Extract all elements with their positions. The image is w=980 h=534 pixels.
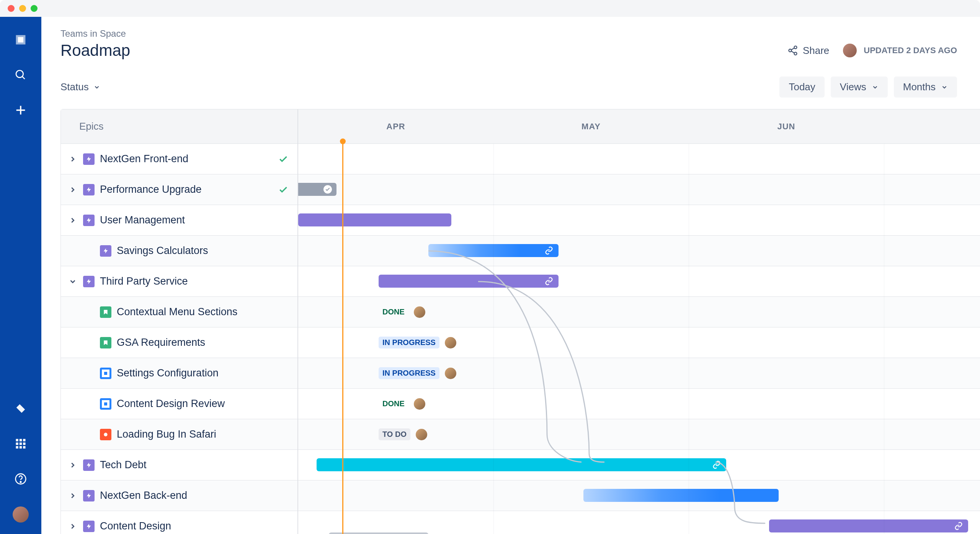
horizontal-scrollbar[interactable] (329, 532, 428, 534)
row-timeline[interactable]: DONE (298, 297, 980, 327)
row-timeline[interactable] (298, 236, 980, 266)
search-icon[interactable] (13, 67, 28, 83)
svg-rect-10 (16, 446, 18, 448)
share-button[interactable]: Share (787, 45, 829, 57)
row-timeline[interactable] (298, 266, 980, 296)
roadmap-row[interactable]: User Management (61, 205, 980, 236)
row-timeline[interactable] (298, 511, 980, 534)
chevron-right-icon[interactable] (68, 215, 78, 225)
epic-icon (83, 215, 95, 226)
row-timeline[interactable]: TO DO (298, 419, 980, 449)
page-title: Roadmap (60, 41, 130, 60)
roadmap-row[interactable]: NextGen Back-end (61, 480, 980, 511)
bug-icon (100, 429, 111, 440)
timeline-bar[interactable] (298, 213, 451, 226)
svg-rect-5 (20, 439, 22, 441)
row-left: NextGen Front-end (61, 144, 298, 174)
svg-rect-12 (23, 446, 25, 448)
timeline-bar[interactable] (583, 489, 779, 502)
breadcrumb[interactable]: Teams in Space (60, 28, 980, 39)
roadmap-row[interactable]: Content Design (61, 511, 980, 534)
svg-rect-8 (20, 443, 22, 445)
jira-logo-icon[interactable] (13, 32, 28, 47)
profile-avatar[interactable] (13, 506, 29, 523)
assignee-avatar[interactable] (445, 368, 456, 379)
assignee-avatar[interactable] (445, 337, 456, 348)
status-chip: IN PROGRESS (379, 367, 456, 379)
svg-point-15 (794, 46, 797, 49)
roadmap-row[interactable]: Settings ConfigurationIN PROGRESS (61, 358, 980, 389)
views-button[interactable]: Views (831, 77, 888, 98)
epic-icon (83, 153, 95, 165)
row-timeline[interactable]: DONE (298, 389, 980, 419)
chevron-down-icon[interactable] (68, 277, 78, 287)
roadmap-row[interactable]: Loading Bug In SafariTO DO (61, 419, 980, 450)
row-timeline[interactable] (298, 450, 980, 480)
chevron-right-icon[interactable] (68, 521, 78, 531)
month-header: APR (298, 109, 493, 143)
roadmap-row[interactable]: Savings Calculators (61, 236, 980, 266)
row-timeline[interactable] (298, 144, 980, 174)
roadmap-row[interactable]: Third Party Service (61, 266, 980, 297)
row-label: NextGen Front-end (100, 153, 188, 165)
row-timeline[interactable]: IN PROGRESS (298, 358, 980, 388)
chevron-right-icon[interactable] (68, 154, 78, 164)
window-maximize-dot[interactable] (31, 5, 38, 12)
timeline-bar[interactable] (317, 458, 726, 471)
roadmap-row[interactable]: NextGen Front-end (61, 144, 980, 174)
chevron-right-icon[interactable] (68, 185, 78, 195)
timeline-bar[interactable] (379, 275, 559, 288)
today-button[interactable]: Today (779, 77, 824, 98)
checkmark-icon (278, 185, 288, 195)
link-icon (545, 246, 553, 255)
status-filter-label: Status (60, 81, 89, 93)
roadmap-row[interactable]: Contextual Menu SectionsDONE (61, 297, 980, 327)
row-timeline[interactable] (298, 205, 980, 235)
row-label: Third Party Service (100, 275, 188, 287)
roadmap-row[interactable]: Performance Upgrade (61, 174, 980, 205)
svg-line-19 (791, 51, 794, 53)
link-icon (712, 461, 721, 469)
timeline-bar[interactable] (298, 183, 336, 196)
timeline-bar[interactable] (769, 519, 968, 532)
row-label: User Management (100, 214, 185, 226)
status-chip: IN PROGRESS (379, 337, 456, 348)
row-label: Content Design Review (117, 398, 225, 410)
status-filter[interactable]: Status (60, 81, 100, 93)
month-header: MAY (493, 109, 689, 143)
months-button[interactable]: Months (894, 77, 957, 98)
notifications-icon[interactable] (13, 401, 28, 416)
window-close-dot[interactable] (8, 5, 15, 12)
row-left: Third Party Service (61, 266, 298, 296)
row-left: GSA Requirements (61, 327, 298, 358)
roadmap-row[interactable]: Tech Debt (61, 450, 980, 480)
svg-rect-9 (23, 443, 25, 445)
window-titlebar (0, 0, 980, 17)
row-timeline[interactable] (298, 174, 980, 205)
assignee-avatar[interactable] (414, 306, 425, 318)
roadmap-row[interactable]: Content Design ReviewDONE (61, 389, 980, 419)
checkmark-icon (278, 154, 288, 164)
assignee-avatar[interactable] (416, 429, 427, 440)
row-left: Tech Debt (61, 450, 298, 480)
status-chip: DONE (379, 398, 425, 410)
task-icon (100, 398, 111, 410)
row-label: Tech Debt (100, 459, 147, 471)
row-left: Content Design Review (61, 389, 298, 419)
app-switcher-icon[interactable] (13, 436, 28, 451)
chevron-right-icon[interactable] (68, 460, 78, 470)
window-minimize-dot[interactable] (19, 5, 26, 12)
roadmap-row[interactable]: GSA RequirementsIN PROGRESS (61, 327, 980, 358)
today-marker (342, 142, 343, 534)
chevron-right-icon[interactable] (68, 491, 78, 501)
row-timeline[interactable] (298, 480, 980, 511)
row-timeline[interactable]: IN PROGRESS (298, 327, 980, 358)
create-icon[interactable] (13, 103, 28, 118)
share-label: Share (803, 45, 829, 57)
assignee-avatar[interactable] (414, 398, 425, 410)
status-label: TO DO (379, 428, 410, 440)
svg-line-18 (791, 48, 794, 50)
epic-icon (83, 490, 95, 501)
updated-status: UPDATED 2 DAYS AGO (843, 44, 957, 57)
help-icon[interactable] (13, 471, 28, 487)
